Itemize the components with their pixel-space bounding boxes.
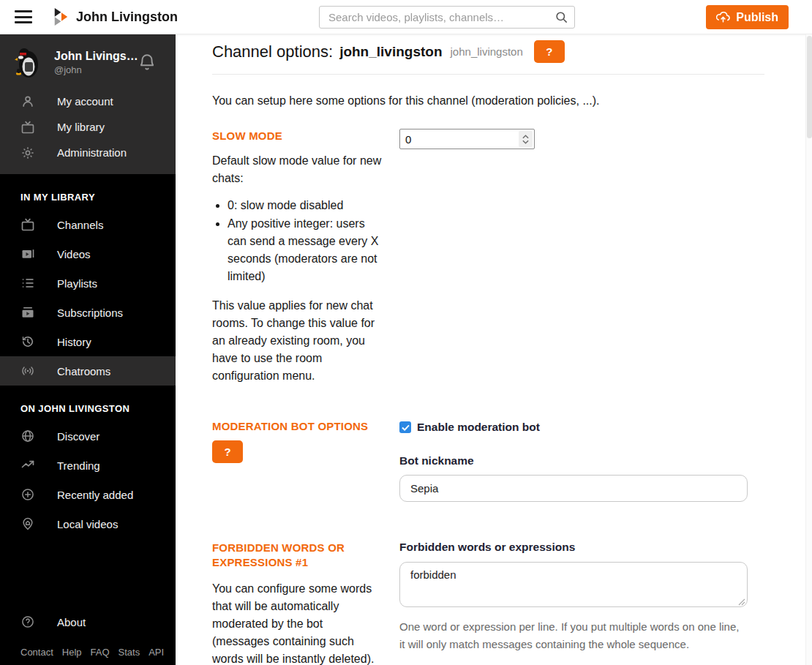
- slow-mode-section-label: SLOW MODE: [212, 129, 383, 143]
- section-title: ON JOHN LIVINGSTON: [0, 403, 176, 414]
- sidebar-item-label: Local videos: [57, 518, 118, 530]
- sidebar-item-discover[interactable]: Discover: [0, 421, 176, 451]
- page-title-prefix: Channel options:: [212, 42, 333, 61]
- hamburger-menu-icon[interactable]: [15, 10, 32, 23]
- sidebar-item-label: Administration: [57, 146, 127, 159]
- footer-link-contact[interactable]: Contact: [20, 647, 53, 658]
- instance-title: John Livingston: [76, 10, 178, 25]
- slow-mode-bullet-list: 0: slow mode disabled Any positive integ…: [228, 197, 383, 285]
- plus-circle-icon: [20, 487, 35, 502]
- sidebar-item-history[interactable]: History: [0, 327, 176, 356]
- textarea-resize-handle[interactable]: [738, 598, 745, 606]
- forbidden-section-label: FORBIDDEN WORDS OR EXPRESSIONS #1: [212, 541, 383, 570]
- sidebar-item-recently-added[interactable]: Recently added: [0, 480, 176, 509]
- forbidden-label-column: FORBIDDEN WORDS OR EXPRESSIONS #1 You ca…: [212, 541, 393, 665]
- search-input[interactable]: [319, 6, 575, 29]
- footer-link-help[interactable]: Help: [62, 647, 82, 658]
- sidebar-item-label: Subscriptions: [57, 307, 123, 319]
- slow-mode-bullet: Any positive integer: users can send a m…: [228, 215, 383, 285]
- sidebar-item-chatrooms[interactable]: Chatrooms: [0, 356, 176, 386]
- footer-link-api[interactable]: API: [149, 647, 164, 658]
- subscriptions-icon: [20, 305, 35, 320]
- sidebar-footer: Contact Help FAQ Stats API: [0, 636, 176, 665]
- footer-link-stats[interactable]: Stats: [119, 647, 140, 658]
- channel-options-help-button[interactable]: ?: [534, 40, 565, 63]
- enable-bot-checkbox[interactable]: [399, 421, 411, 433]
- sidebar-item-administration[interactable]: Administration: [0, 140, 176, 165]
- sidebar-item-label: History: [57, 336, 91, 348]
- slow-mode-input[interactable]: [399, 129, 535, 149]
- bot-nickname-label: Bot nickname: [399, 454, 764, 467]
- notifications-bell-icon[interactable]: [138, 53, 157, 72]
- slow-mode-description: Default slow mode value for new chats:: [212, 152, 383, 187]
- chevron-down-icon: [522, 140, 529, 144]
- on-instance-section: ON JOHN LIVINGSTON Discover Trending Rec…: [0, 397, 176, 538]
- forbidden-help-text: One word or expression per line. If you …: [399, 618, 748, 653]
- sidebar-item-label: Discover: [57, 430, 99, 443]
- sidebar-item-label: About: [57, 616, 86, 628]
- section-title: IN MY LIBRARY: [0, 192, 176, 203]
- slow-mode-control-column: [399, 129, 764, 385]
- help-circle-icon: [20, 615, 35, 629]
- scrollbar-thumb[interactable]: [807, 36, 812, 138]
- footer-link-faq[interactable]: FAQ: [91, 647, 110, 658]
- slow-mode-label-column: SLOW MODE Default slow mode value for ne…: [212, 129, 393, 385]
- search-box: [319, 6, 575, 29]
- bot-nickname-input[interactable]: [399, 475, 748, 502]
- sidebar-item-playlists[interactable]: Playlists: [0, 268, 176, 298]
- sidebar-item-trending[interactable]: Trending: [0, 451, 176, 480]
- avatar: [10, 45, 45, 80]
- playlist-icon: [20, 276, 35, 290]
- forbidden-control-column: Forbidden words or expressions forbidden…: [399, 541, 764, 665]
- sidebar: John Livings… @john My account My librar…: [0, 34, 176, 665]
- user-block[interactable]: John Livings… @john: [0, 34, 176, 86]
- enable-bot-row: Enable moderation bot: [399, 421, 764, 434]
- slow-mode-note: This value applies for new chat rooms. T…: [212, 297, 383, 385]
- page-title: Channel options: john_livingston john_li…: [212, 40, 764, 63]
- check-icon: [402, 424, 410, 431]
- forbidden-description: You can configure some words that will b…: [212, 580, 383, 665]
- search-icon[interactable]: [555, 10, 568, 24]
- chevron-up-icon: [522, 135, 529, 139]
- sidebar-item-label: My account: [57, 95, 113, 108]
- slow-mode-input-wrap: [399, 129, 535, 149]
- history-clock-icon: [20, 334, 35, 349]
- sidebar-item-channels[interactable]: Channels: [0, 210, 176, 239]
- user-handle: @john: [54, 64, 138, 75]
- globe-icon: [20, 429, 35, 443]
- bot-help-button[interactable]: ?: [212, 440, 243, 463]
- bot-control-column: Enable moderation bot Bot nickname: [399, 419, 764, 502]
- page-title-muted: john_livingston: [451, 45, 523, 58]
- sidebar-item-label: Playlists: [57, 277, 97, 290]
- sidebar-item-my-library[interactable]: My library: [0, 114, 176, 140]
- forbidden-textarea-wrap: forbidden: [399, 562, 748, 610]
- sidebar-item-label: My library: [57, 121, 105, 133]
- forbidden-words-textarea[interactable]: forbidden: [399, 562, 748, 607]
- publish-button[interactable]: Publish: [706, 5, 789, 29]
- sidebar-bottom: About Contact Help FAQ Stats API: [0, 607, 176, 665]
- intro-text: You can setup here some options for this…: [212, 94, 764, 108]
- sidebar-item-videos[interactable]: Videos: [0, 239, 176, 268]
- user-meta: John Livings… @john: [54, 50, 138, 75]
- sidebar-item-label: Channels: [57, 219, 103, 231]
- sidebar-item-subscriptions[interactable]: Subscriptions: [0, 298, 176, 327]
- publish-label: Publish: [736, 11, 778, 24]
- tv-icon: [20, 120, 35, 135]
- sidebar-item-my-account[interactable]: My account: [0, 89, 176, 114]
- enable-bot-label[interactable]: Enable moderation bot: [417, 421, 540, 434]
- scrollbar-track[interactable]: [805, 34, 812, 665]
- forbidden-field-label: Forbidden words or expressions: [399, 541, 764, 554]
- number-spinner[interactable]: [519, 131, 533, 147]
- sidebar-item-local-videos[interactable]: Local videos: [0, 509, 176, 538]
- sidebar-item-about[interactable]: About: [0, 607, 176, 636]
- slow-mode-row: SLOW MODE Default slow mode value for ne…: [212, 129, 764, 385]
- in-my-library-section: IN MY LIBRARY Channels Videos Playlists: [0, 186, 176, 386]
- top-bar: John Livingston Publish: [0, 0, 812, 34]
- bot-section-label: MODERATION BOT OPTIONS: [212, 419, 383, 434]
- divider: [212, 74, 764, 75]
- main-content: Channel options: john_livingston john_li…: [176, 0, 812, 665]
- sidebar-item-label: Recently added: [57, 489, 133, 501]
- slow-mode-bullet: 0: slow mode disabled: [228, 197, 383, 214]
- user-icon: [20, 94, 35, 109]
- peertube-logo-icon[interactable]: [53, 8, 69, 26]
